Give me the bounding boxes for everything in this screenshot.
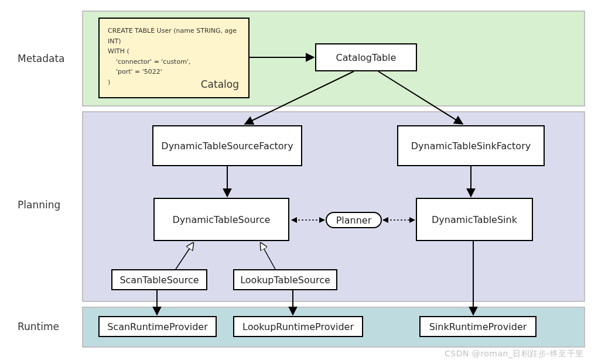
catalog-line1: CREATE TABLE User (name STRING, age INT) <box>108 26 240 46</box>
scan-table-source-box: ScanTableSource <box>111 269 207 290</box>
metadata-label: Metadata <box>18 53 65 64</box>
table-sink-label: DynamicTableSink <box>432 214 517 225</box>
scan-runtime-label: ScanRuntimeProvider <box>107 321 208 332</box>
planning-label: Planning <box>18 199 60 211</box>
catalog-title: Catalog <box>201 77 239 92</box>
source-factory-label: DynamicTableSourceFactory <box>161 140 293 152</box>
sink-factory-box: DynamicTableSinkFactory <box>397 125 545 166</box>
watermark: CSDN @roman_日积跬步-终至千里 <box>445 349 584 359</box>
catalog-box: CREATE TABLE User (name STRING, age INT)… <box>98 18 250 98</box>
lookup-runtime-box: LookupRuntimeProvider <box>233 316 363 337</box>
lookup-table-source-box: LookupTableSource <box>233 269 337 290</box>
sink-factory-label: DynamicTableSinkFactory <box>411 140 531 152</box>
table-source-label: DynamicTableSource <box>173 214 271 225</box>
scan-table-source-label: ScanTableSource <box>119 274 199 286</box>
planner-label: Planner <box>336 215 372 226</box>
table-sink-box: DynamicTableSink <box>416 198 533 241</box>
catalog-line2: WITH ( <box>108 46 240 57</box>
sink-runtime-label: SinkRuntimeProvider <box>429 321 527 332</box>
catalog-table-label: CatalogTable <box>336 52 397 63</box>
catalog-table-box: CatalogTable <box>315 43 417 71</box>
sink-runtime-box: SinkRuntimeProvider <box>419 316 537 337</box>
runtime-label: Runtime <box>18 321 59 332</box>
lookup-table-source-label: LookupTableSource <box>240 274 330 286</box>
catalog-line4: 'port' = '5022' <box>108 67 240 77</box>
catalog-line3: 'connector' = 'custom', <box>108 57 240 67</box>
source-factory-box: DynamicTableSourceFactory <box>152 125 302 166</box>
lookup-runtime-label: LookupRuntimeProvider <box>242 321 354 332</box>
table-source-box: DynamicTableSource <box>153 198 289 241</box>
planner-box: Planner <box>326 212 382 228</box>
scan-runtime-box: ScanRuntimeProvider <box>98 316 217 337</box>
